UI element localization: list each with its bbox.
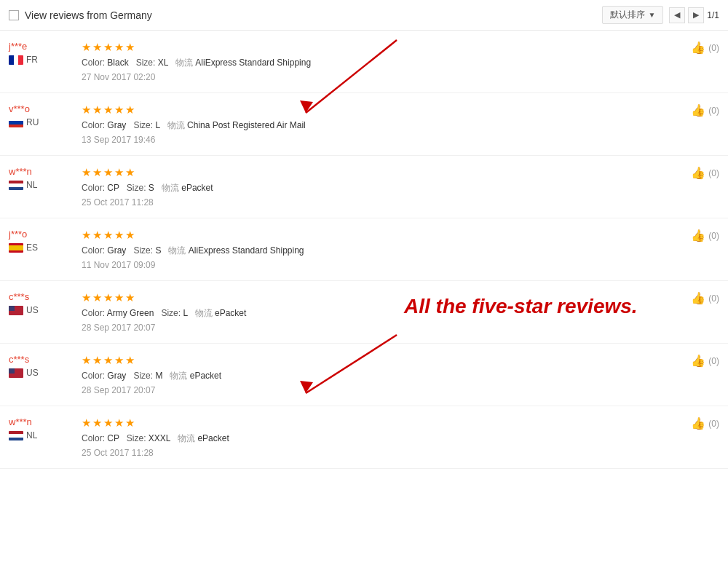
review-list: j***e FR ★★★★★ Color: Black Size: XL 物流 … [0, 31, 728, 469]
country-code: ES [26, 242, 38, 253]
review-date: 11 Nov 2017 09:09 [82, 260, 676, 270]
color-label: Color: [82, 245, 107, 256]
star-rating: ★★★★★ [82, 416, 676, 430]
shipping-label: 物流 [167, 120, 185, 130]
size-label: Size: [133, 371, 155, 381]
country-code: NL [26, 430, 37, 440]
reviewer-country: NL [9, 430, 74, 440]
reviewer-country: FR [9, 55, 74, 65]
like-button[interactable]: 👍 (0) [676, 103, 719, 117]
shipping-label: 物流 [175, 58, 193, 68]
like-count: (0) [708, 168, 719, 178]
color-value: Army Green [107, 308, 154, 318]
star-icon: ★ [103, 166, 113, 179]
size-label: Size: [136, 58, 158, 68]
star-icon: ★ [103, 103, 113, 116]
flag-icon [9, 243, 23, 253]
like-button[interactable]: 👍 (0) [676, 166, 719, 180]
sort-button[interactable]: 默认排序 ▼ [602, 6, 663, 24]
review-item: j***e FR ★★★★★ Color: Black Size: XL 物流 … [0, 31, 728, 93]
prev-page-button[interactable]: ◀ [669, 7, 685, 23]
like-button[interactable]: 👍 (0) [676, 229, 719, 242]
shipping-label: 物流 [168, 245, 186, 256]
like-count: (0) [708, 293, 719, 304]
size-value: L [183, 308, 187, 318]
shipping-value: ePacket [197, 433, 229, 443]
star-icon: ★ [82, 354, 91, 367]
reviewer-name: c***s [9, 354, 74, 365]
thumbs-up-icon: 👍 [691, 416, 705, 430]
shipping-value: AliExpress Standard Shipping [195, 58, 311, 68]
review-details: Color: CP Size: XXXL 物流 ePacket [82, 432, 676, 445]
review-date: 13 Sep 2017 19:46 [82, 135, 676, 145]
like-button[interactable]: 👍 (0) [676, 291, 719, 305]
review-item: j***o ES ★★★★★ Color: Gray Size: S 物流 Al… [0, 218, 728, 281]
review-item: v***o RU ★★★★★ Color: Gray Size: L 物流 Ch… [0, 93, 728, 156]
star-icon: ★ [125, 416, 135, 430]
review-content: ★★★★★ Color: CP Size: S 物流 ePacket 25 Oc… [74, 166, 676, 208]
size-value: M [155, 371, 162, 381]
star-icon: ★ [92, 291, 102, 304]
header-right: 默认排序 ▼ ◀ ▶ 1/1 [602, 6, 719, 24]
color-value: Gray [107, 371, 126, 381]
size-label: Size: [133, 245, 155, 256]
star-icon: ★ [103, 41, 113, 54]
review-content: ★★★★★ Color: Gray Size: L 物流 China Post … [74, 103, 676, 145]
shipping-label: 物流 [162, 183, 179, 193]
size-label: Size: [133, 120, 155, 130]
flag-icon [9, 431, 23, 440]
review-details: Color: Gray Size: M 物流 ePacket [82, 370, 676, 382]
pagination: ◀ ▶ 1/1 [669, 7, 719, 23]
reviewer-name: w***n [9, 416, 74, 427]
color-label: Color: [82, 371, 107, 381]
size-value: S [149, 183, 154, 193]
flag-icon [9, 55, 23, 65]
review-date: 28 Sep 2017 20:07 [82, 323, 676, 333]
filter-checkbox[interactable] [9, 10, 19, 20]
star-icon: ★ [125, 103, 135, 116]
flag-icon [9, 368, 23, 378]
like-count: (0) [708, 231, 719, 241]
reviewer-country: US [9, 305, 74, 315]
star-icon: ★ [82, 41, 91, 54]
flag-icon [9, 306, 23, 315]
reviewer-info: w***n NL [9, 166, 74, 190]
like-button[interactable]: 👍 (0) [676, 41, 719, 55]
next-page-button[interactable]: ▶ [688, 7, 704, 23]
shipping-value: AliExpress Standard Shipping [189, 245, 304, 256]
color-value: CP [107, 433, 119, 443]
like-button[interactable]: 👍 (0) [676, 354, 719, 368]
shipping-value: ePacket [215, 308, 246, 318]
review-details: Color: Army Green Size: L 物流 ePacket [82, 307, 676, 320]
like-button[interactable]: 👍 (0) [676, 416, 719, 430]
review-details: Color: Black Size: XL 物流 AliExpress Stan… [82, 57, 676, 69]
thumbs-up-icon: 👍 [691, 41, 705, 55]
star-icon: ★ [82, 103, 91, 116]
review-date: 25 Oct 2017 11:28 [82, 197, 676, 208]
like-count: (0) [708, 356, 719, 366]
review-details: Color: Gray Size: L 物流 China Post Regist… [82, 119, 676, 132]
star-rating: ★★★★★ [82, 291, 676, 304]
reviewer-name: c***s [9, 291, 74, 302]
reviewer-info: j***o ES [9, 229, 74, 253]
size-value: XL [158, 58, 168, 68]
color-label: Color: [82, 433, 107, 443]
star-rating: ★★★★★ [82, 354, 676, 367]
size-value: S [155, 245, 161, 256]
shipping-label: 物流 [170, 371, 187, 381]
review-item: w***n NL ★★★★★ Color: CP Size: XXXL 物流 e… [0, 406, 728, 469]
review-content: ★★★★★ Color: Gray Size: M 物流 ePacket 28 … [74, 354, 676, 395]
thumbs-up-icon: 👍 [691, 103, 705, 117]
review-content: ★★★★★ Color: Army Green Size: L 物流 ePack… [74, 291, 676, 333]
like-count: (0) [708, 106, 719, 116]
review-details: Color: Gray Size: S 物流 AliExpress Standa… [82, 245, 676, 257]
color-label: Color: [82, 58, 107, 68]
star-icon: ★ [92, 41, 102, 54]
star-icon: ★ [114, 291, 124, 304]
star-icon: ★ [92, 166, 102, 179]
star-icon: ★ [103, 416, 113, 430]
country-code: FR [26, 55, 38, 65]
star-icon: ★ [103, 291, 113, 304]
reviewer-info: c***s US [9, 291, 74, 315]
page-info: 1/1 [707, 10, 719, 20]
